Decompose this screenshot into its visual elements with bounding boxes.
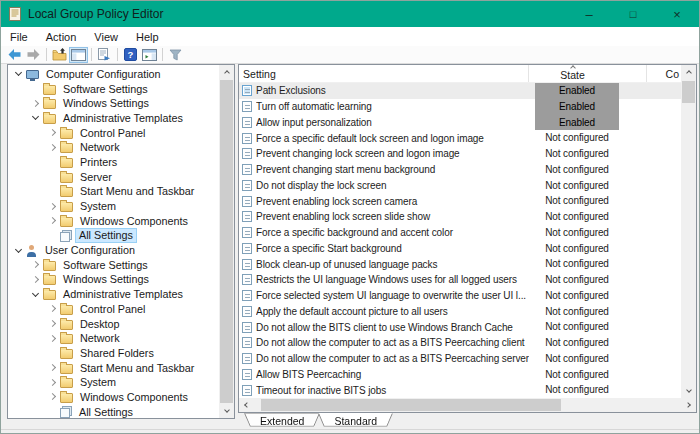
chevron-right-icon[interactable]	[46, 307, 59, 311]
list-vertical-scrollbar[interactable]	[681, 65, 696, 398]
list-row-do-not-allow-the-computer-to-act-as-a-bits-peercaching-server[interactable]: Do not allow the computer to act as a BI…	[239, 351, 681, 367]
chevron-right-icon[interactable]	[29, 263, 42, 267]
list-row-apply-the-default-account-picture-to-all-users[interactable]: Apply the default account picture to all…	[239, 304, 681, 320]
chevron-right-icon[interactable]	[46, 366, 59, 370]
list-row-do-not-display-the-lock-screen[interactable]: Do not display the lock screenNot config…	[239, 178, 681, 194]
list-row-prevent-changing-start-menu-background[interactable]: Prevent changing start menu backgroundNo…	[239, 162, 681, 178]
chevron-down-icon[interactable]	[29, 294, 42, 296]
list-row-force-a-specific-start-background[interactable]: Force a specific Start backgroundNot con…	[239, 241, 681, 257]
list-row-prevent-enabling-lock-screen-slide-show[interactable]: Prevent enabling lock screen slide showN…	[239, 209, 681, 225]
chevron-right-icon[interactable]	[46, 219, 59, 223]
menu-item-help[interactable]: Help	[127, 27, 168, 46]
tree-item-printers[interactable]: Printers	[8, 155, 219, 170]
chevron-right-icon[interactable]	[46, 337, 59, 341]
hscrollbar-thumb[interactable]	[261, 399, 561, 411]
show-console-tree-icon[interactable]	[69, 47, 88, 63]
tree-item-administrative-templates[interactable]: Administrative Templates	[8, 111, 219, 126]
chevron-down-icon[interactable]	[12, 73, 25, 75]
list-scrollbar-thumb[interactable]	[682, 81, 695, 103]
list-row-force-a-specific-background-and-accent-color[interactable]: Force a specific background and accent c…	[239, 225, 681, 241]
close-button[interactable]: ×	[655, 1, 699, 27]
tree-item-all-settings[interactable]: All Settings	[8, 229, 219, 244]
tree-item-windows-components[interactable]: Windows Components	[8, 390, 219, 405]
scroll-left-icon[interactable]	[239, 398, 253, 412]
chevron-right-icon[interactable]	[46, 381, 59, 385]
list-row-path-exclusions[interactable]: Path ExclusionsEnabled	[239, 83, 681, 99]
tree-item-shared-folders[interactable]: Shared Folders	[8, 346, 219, 361]
list-horizontal-scrollbar[interactable]	[239, 398, 696, 412]
tree-item-control-panel[interactable]: Control Panel	[8, 126, 219, 141]
tree-item-start-menu-and-taskbar[interactable]: Start Menu and Taskbar	[8, 185, 219, 200]
tree-scrollbar-thumb[interactable]	[220, 80, 233, 403]
scroll-up-icon[interactable]	[681, 65, 696, 79]
filter-icon[interactable]	[166, 47, 185, 63]
tree-item-system[interactable]: System	[8, 199, 219, 214]
minimize-button[interactable]: –	[567, 1, 611, 27]
list-row-force-a-specific-default-lock-screen-and-logon-image[interactable]: Force a specific default lock screen and…	[239, 130, 681, 146]
chevron-right-icon[interactable]	[46, 395, 59, 399]
chevron-right-icon[interactable]	[29, 278, 42, 282]
tree-item-administrative-templates[interactable]: Administrative Templates	[8, 287, 219, 302]
scroll-down-icon[interactable]	[219, 404, 234, 418]
help-icon[interactable]: ?	[121, 47, 140, 63]
menu-item-file[interactable]: File	[8, 27, 37, 46]
menu-item-view[interactable]: View	[85, 27, 127, 46]
scroll-right-icon[interactable]	[682, 398, 696, 412]
tree-item-network[interactable]: Network	[8, 331, 219, 346]
maximize-button[interactable]: □	[611, 1, 655, 27]
hscrollbar-track[interactable]	[253, 398, 682, 412]
tree-item-control-panel[interactable]: Control Panel	[8, 302, 219, 317]
tree-item-windows-settings[interactable]: Windows Settings	[8, 273, 219, 288]
setting-name: Turn off automatic learning	[256, 101, 529, 112]
tree-item-windows-settings[interactable]: Windows Settings	[8, 96, 219, 111]
chevron-right-icon[interactable]	[46, 322, 59, 326]
list-row-allow-bits-peercaching[interactable]: Allow BITS PeercachingNot configured	[239, 367, 681, 383]
tree-item-start-menu-and-taskbar[interactable]: Start Menu and Taskbar	[8, 361, 219, 376]
tree-item-all-settings[interactable]: All Settings	[8, 405, 219, 418]
tree-scrollbar[interactable]	[219, 65, 234, 418]
tree-item-computer-configuration[interactable]: Computer Configuration	[8, 67, 219, 82]
up-one-level-icon[interactable]	[50, 47, 69, 63]
tree-item-software-settings[interactable]: Software Settings	[8, 258, 219, 273]
chevron-right-icon[interactable]	[46, 146, 59, 150]
state-cell: Enabled	[529, 83, 647, 99]
column-header-comment[interactable]: Co	[647, 65, 681, 82]
tree-item-user-configuration[interactable]: User Configuration	[8, 243, 219, 258]
chevron-down-icon[interactable]	[12, 250, 25, 252]
menu-item-action[interactable]: Action	[37, 27, 86, 46]
list-row-force-selected-system-ui-language-to-overwrite-the-user-ui-l[interactable]: Force selected system UI language to ove…	[239, 288, 681, 304]
chevron-right-icon[interactable]	[46, 205, 59, 209]
forward-icon[interactable]	[24, 47, 43, 63]
list-row-timeout-for-inactive-bits-jobs[interactable]: Timeout for inactive BITS jobsNot config…	[239, 382, 681, 398]
list-row-allow-input-personalization[interactable]: Allow input personalizationEnabled	[239, 115, 681, 131]
list-row-restricts-the-ui-language-windows-uses-for-all-logged-users[interactable]: Restricts the UI language Windows uses f…	[239, 272, 681, 288]
list-row-do-not-allow-the-bits-client-to-use-windows-branch-cache[interactable]: Do not allow the BITS client to use Wind…	[239, 319, 681, 335]
column-header-setting[interactable]: Setting	[239, 65, 529, 82]
tree-item-label: Windows Settings	[60, 97, 152, 110]
tab-extended[interactable]: Extended	[247, 413, 317, 429]
export-list-icon[interactable]	[95, 47, 114, 63]
show-action-pane-icon[interactable]	[140, 47, 159, 63]
tab-standard[interactable]: Standard	[321, 413, 390, 429]
list-row-prevent-changing-lock-screen-and-logon-image[interactable]: Prevent changing lock screen and logon i…	[239, 146, 681, 162]
scroll-down-icon[interactable]	[681, 384, 696, 398]
chevron-right-icon[interactable]	[29, 102, 42, 106]
list-row-do-not-allow-the-computer-to-act-as-a-bits-peercaching-client[interactable]: Do not allow the computer to act as a BI…	[239, 335, 681, 351]
tree-item-system[interactable]: System	[8, 375, 219, 390]
back-icon[interactable]	[5, 47, 24, 63]
list-scrollbar-track[interactable]	[681, 79, 696, 384]
scroll-up-icon[interactable]	[219, 65, 234, 79]
list-row-turn-off-automatic-learning[interactable]: Turn off automatic learningEnabled	[239, 99, 681, 115]
tree-item-network[interactable]: Network	[8, 140, 219, 155]
list-row-prevent-enabling-lock-screen-camera[interactable]: Prevent enabling lock screen cameraNot c…	[239, 193, 681, 209]
tree-item-desktop[interactable]: Desktop	[8, 317, 219, 332]
list-row-block-clean-up-of-unused-language-packs[interactable]: Block clean-up of unused language packsN…	[239, 256, 681, 272]
tree-item-software-settings[interactable]: Software Settings	[8, 82, 219, 97]
column-header-state[interactable]: State	[529, 65, 647, 82]
tree-item-windows-components[interactable]: Windows Components	[8, 214, 219, 229]
toolbar: ?	[1, 46, 699, 64]
chevron-down-icon[interactable]	[29, 117, 42, 119]
tree-scrollbar-track[interactable]	[219, 79, 234, 404]
tree-item-server[interactable]: Server	[8, 170, 219, 185]
chevron-right-icon[interactable]	[46, 131, 59, 135]
